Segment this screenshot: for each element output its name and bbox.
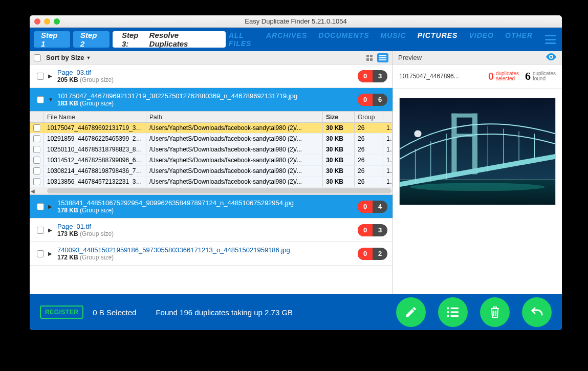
table-row[interactable]: 10308214_446788198798436_7629.../Users/Y… xyxy=(30,166,393,177)
delete-button[interactable] xyxy=(480,297,510,327)
table-row[interactable]: 10313856_446784572132231_3659.../Users/Y… xyxy=(30,177,393,187)
table-row[interactable]: 10291859_446786225465399_2003.../Users/Y… xyxy=(30,134,393,144)
svg-point-7 xyxy=(550,56,552,58)
list-view-button[interactable] xyxy=(377,53,388,62)
col-group[interactable]: Group xyxy=(355,112,383,122)
category-tab-archives[interactable]: ARCHIVES xyxy=(266,31,307,48)
horizontal-scrollbar[interactable]: ◀ xyxy=(30,187,393,194)
sort-bar: Sort by Size xyxy=(30,51,393,64)
tab-step3[interactable]: Step 3: Resolve Duplicates xyxy=(113,31,226,48)
svg-rect-3 xyxy=(370,58,373,61)
category-tab-music[interactable]: MUSIC xyxy=(381,31,406,48)
title-bar: Easy Duplicate Finder 5.21.0.1054 xyxy=(30,15,562,28)
preview-panel: Preview 10175047_4467896... 0 duplicates… xyxy=(393,51,562,294)
group-size-label: (Group size) xyxy=(80,207,114,214)
svg-point-24 xyxy=(447,307,449,309)
tab-step3-label: Resolve Duplicates xyxy=(149,31,216,48)
svg-rect-1 xyxy=(370,55,373,57)
pill-selected: 0 xyxy=(358,201,373,213)
row-checkbox[interactable] xyxy=(33,135,40,142)
list-button[interactable] xyxy=(438,297,468,327)
disclosure-icon[interactable]: ▼ xyxy=(48,97,53,102)
grid-view-button[interactable] xyxy=(364,53,375,62)
cell-extra: 1 xyxy=(383,134,393,144)
cell-group: 26 xyxy=(355,166,383,176)
pill-selected: 0 xyxy=(358,94,373,106)
svg-rect-5 xyxy=(379,57,386,58)
undo-button[interactable] xyxy=(522,297,552,327)
cell-group: 26 xyxy=(355,134,383,144)
table-row[interactable]: 10314512_446782588799096_6518.../Users/Y… xyxy=(30,155,393,166)
group-row[interactable]: ▶Page_03.tif205 KB (Group size)03 xyxy=(30,64,393,88)
group-row[interactable]: ▶Page_01.tif173 KB (Group size)03 xyxy=(30,219,393,242)
group-count-pill: 03 xyxy=(358,224,387,236)
results-panel: Sort by Size ▶Page_03.tif205 KB (Group s… xyxy=(30,51,393,294)
group-size-label: (Group size) xyxy=(80,230,114,237)
cell-filename: 10314512_446782588799096_6518... xyxy=(44,155,146,165)
pill-total: 3 xyxy=(373,224,387,236)
svg-rect-4 xyxy=(379,55,386,56)
svg-point-10 xyxy=(414,130,421,137)
group-size-label: (Group size) xyxy=(80,100,114,107)
disclosure-icon[interactable]: ▶ xyxy=(48,251,53,256)
group-filename: 740093_448515021959186_59730558033661712… xyxy=(57,246,344,254)
group-count-pill: 04 xyxy=(358,201,387,213)
cell-size: 30 KB xyxy=(323,134,355,144)
menu-icon[interactable] xyxy=(545,35,556,44)
group-count-pill: 02 xyxy=(358,248,387,260)
category-tab-all-files[interactable]: ALL FILES xyxy=(229,31,255,48)
stat-duplicates-selected: 0 duplicatesselected xyxy=(488,70,519,83)
cell-size: 30 KB xyxy=(323,166,355,176)
tab-step1[interactable]: Step 1 xyxy=(34,31,70,48)
cell-extra: 1 xyxy=(383,166,393,176)
group-size: 172 KB xyxy=(57,254,78,261)
row-checkbox[interactable] xyxy=(33,124,40,132)
svg-rect-27 xyxy=(451,311,459,313)
group-row[interactable]: ▼10175047_446789692131719_38225750127628… xyxy=(30,88,393,112)
select-all-checkbox[interactable] xyxy=(34,54,41,61)
group-row[interactable]: ▶740093_448515021959186_5973055803366171… xyxy=(30,242,393,266)
group-checkbox[interactable] xyxy=(37,203,44,210)
preview-toggle-icon[interactable] xyxy=(546,53,557,62)
row-checkbox[interactable] xyxy=(33,157,40,164)
group-checkbox[interactable] xyxy=(37,96,44,103)
found-info: Found 196 duplicates taking up 2.73 GB xyxy=(156,308,293,317)
row-checkbox[interactable] xyxy=(33,146,40,153)
disclosure-icon[interactable]: ▶ xyxy=(48,73,53,79)
cell-filename: 10313856_446784572132231_3659... xyxy=(44,177,146,187)
group-count-pill: 03 xyxy=(358,70,387,82)
bottom-bar: REGISTER 0 B Selected Found 196 duplicat… xyxy=(30,294,562,330)
group-row[interactable]: ▶1538841_448510675292954_909962635849789… xyxy=(30,195,393,219)
cell-path: /Users/YaphetS/Downloads/facebook-sandyt… xyxy=(146,144,323,155)
category-tab-pictures[interactable]: PICTURES xyxy=(418,31,458,48)
svg-rect-2 xyxy=(366,58,369,61)
category-tab-documents[interactable]: DOCUMENTS xyxy=(318,31,369,48)
disclosure-icon[interactable]: ▶ xyxy=(48,204,53,209)
row-checkbox[interactable] xyxy=(33,178,40,185)
table-row[interactable]: 10250110_446785318798823_8267.../Users/Y… xyxy=(30,144,393,155)
row-checkbox[interactable] xyxy=(33,167,40,174)
pill-total: 2 xyxy=(373,248,387,260)
window-title: Easy Duplicate Finder 5.21.0.1054 xyxy=(30,17,562,25)
group-checkbox[interactable] xyxy=(37,227,44,234)
table-row[interactable]: 10175047_446789692131719_3822.../Users/Y… xyxy=(30,123,393,134)
svg-rect-12 xyxy=(472,114,477,174)
disclosure-icon[interactable]: ▶ xyxy=(48,227,53,233)
group-checkbox[interactable] xyxy=(37,73,44,80)
category-tab-other[interactable]: OTHER xyxy=(505,31,533,48)
edit-button[interactable] xyxy=(396,297,426,327)
register-button[interactable]: REGISTER xyxy=(40,305,83,319)
group-checkbox[interactable] xyxy=(37,250,44,257)
col-filename[interactable]: File Name xyxy=(44,112,146,122)
tab-step2[interactable]: Step 2 xyxy=(73,31,110,48)
cell-extra: 1 xyxy=(383,123,393,133)
group-size: 183 KB xyxy=(57,100,78,107)
main-area: Sort by Size ▶Page_03.tif205 KB (Group s… xyxy=(30,51,562,294)
category-tab-video[interactable]: VIDEO xyxy=(469,31,494,48)
col-path[interactable]: Path xyxy=(146,112,323,122)
cell-filename: 10308214_446788198798436_7629... xyxy=(44,166,146,176)
cell-filename: 10250110_446785318798823_8267... xyxy=(44,144,146,155)
col-size[interactable]: Size xyxy=(323,112,355,122)
sort-dropdown[interactable]: Sort by Size xyxy=(46,54,91,61)
cell-group: 26 xyxy=(355,123,383,133)
